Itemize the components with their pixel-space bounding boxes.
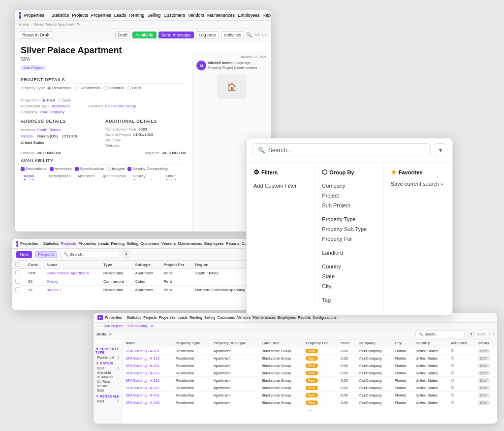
type-land-radio[interactable] [127,86,131,90]
sidebar-in-sale-item[interactable]: In Sale [95,384,121,388]
row-checkbox[interactable] [12,277,25,286]
win2-nav-properties[interactable]: Properties [20,241,38,246]
unit-activities[interactable]: ⚙ [448,377,475,384]
win3-dropdown-icon[interactable]: ▼ [468,332,475,336]
activities-button[interactable]: Activities [221,32,245,38]
unit-name[interactable]: SPA Building - A-301 [123,377,173,384]
type-commercial[interactable]: Commercial [74,86,100,90]
col-prop-type-h[interactable]: Property Type [173,339,211,347]
for-sale-radio[interactable] [58,99,62,102]
nav-selling[interactable]: Selling [147,13,160,18]
col-status-h[interactable]: Status [475,339,497,347]
win3-nav-properties[interactable]: Properties [105,315,122,320]
sidebar-in-booking-item[interactable]: In Booking [95,375,121,379]
group-state[interactable]: State [322,271,376,281]
check-nearby[interactable]: Nearby Connectivity [127,166,168,171]
unit-activities[interactable]: ⚙ [448,384,475,392]
group-tag[interactable]: Tag [322,295,376,305]
win2-nav-renting[interactable]: Renting [111,241,125,246]
win3-nav-statistics[interactable]: Statistics [126,315,141,320]
type-land[interactable]: Land [127,86,141,90]
col-price-h[interactable]: Price [338,339,356,347]
group-property-for[interactable]: Property For [322,234,376,244]
check-decorations[interactable]: Decorations [21,166,47,171]
breadcrumb-home[interactable]: Home [19,22,29,27]
sub-project-tag[interactable]: Sub Project [21,65,46,70]
tab-other[interactable]: Other Details [163,173,186,180]
row-code[interactable]: 12 [25,286,44,294]
win2-search-box[interactable]: 🔍 Search... [60,251,119,258]
unit-activities[interactable]: ⚙ [448,392,475,399]
win3-breadcrumb-sub[interactable]: Sub Projects [104,324,124,328]
address-value[interactable]: South Florida [37,127,61,133]
group-landlord[interactable]: Landlord [322,248,376,258]
edit-icon[interactable]: ✎ [77,22,80,27]
type-industrial[interactable]: Industrial [103,86,124,90]
col-name-header[interactable]: Name [44,261,100,269]
nav-reports[interactable]: Reports [263,13,271,18]
nav-projects[interactable]: Projects [72,13,88,18]
col-code-header[interactable]: Code [25,261,44,269]
add-custom-filter-item[interactable]: Add Custom Filter [253,181,308,191]
unit-name[interactable]: SPA Building - A-102 [123,355,173,362]
win3-breadcrumb-building[interactable]: SPA Building [127,324,147,328]
win2-nav-statistics[interactable]: Statistics [43,241,59,246]
sidebar-on-rent-item[interactable]: On Rent [95,379,121,384]
address-state[interactable]: Florida [21,133,32,140]
type-residential[interactable]: Residential [47,86,72,90]
unit-name[interactable]: SPA Building - A-202 [123,369,173,377]
landlord-value[interactable]: Blackstone Group [105,104,136,108]
win2-nav-maintenances[interactable]: Maintenances [178,241,202,246]
col-type-header[interactable]: Type [100,261,132,269]
row-name[interactable]: project 1 [44,286,100,294]
row-code[interactable]: SPA [25,269,44,277]
win3-nav-vendors[interactable]: Vendors [237,315,251,320]
nav-properties2[interactable]: Properties [91,13,111,18]
group-property-type[interactable]: Property Type [322,214,376,224]
col-subtype-header[interactable]: Subtype [132,261,161,269]
win2-nav-selling[interactable]: Selling [126,241,138,246]
col-sub-type-h[interactable]: Property Sub Type [211,339,259,347]
nav-customers[interactable]: Customers [163,13,185,18]
nav-vendors[interactable]: Vendors [188,13,204,18]
check-images[interactable]: Images [107,166,125,171]
win3-nav-renting[interactable]: Renting [189,315,202,320]
row-code[interactable]: 36 [25,277,44,286]
win3-nav-employees[interactable]: Employees [278,315,296,320]
group-project[interactable]: Project [322,191,376,200]
sidebar-residential-item[interactable]: Residential 8 [95,355,121,360]
search-icon[interactable]: 🔍 [246,32,252,37]
win3-settings-icon[interactable]: ⚙ [108,332,112,336]
win3-breadcrumb-a[interactable]: A [151,324,153,328]
tab-basic-details[interactable]: Basic Details [21,173,45,180]
new-project-button[interactable]: New [16,251,32,258]
log-note-button[interactable]: Log note [196,32,219,38]
unit-activities[interactable]: ⚙ [448,399,475,406]
win2-dropdown-icon[interactable]: ▼ [122,251,131,258]
nav-renting[interactable]: Renting [129,13,144,18]
win3-next-icon[interactable]: › [493,332,494,336]
col-city-h[interactable]: City [392,339,413,347]
check-amenities[interactable]: Amenities [50,166,72,171]
nav-leads[interactable]: Leads [114,13,126,18]
win3-nav-customers[interactable]: Customers [217,315,235,320]
draft-status-button[interactable]: Draft [115,32,131,38]
group-city[interactable]: City [322,281,376,291]
unit-activities[interactable]: ⚙ [448,355,475,362]
col-activities-h[interactable]: Activities [448,339,475,347]
win2-nav-vendors[interactable]: Vendors [161,241,176,246]
win2-nav-employees[interactable]: Employees [204,241,224,246]
col-name-h[interactable]: Name [123,339,173,347]
win2-nav-reports[interactable]: Reports [226,241,240,246]
group-sub-project[interactable]: Sub Project [322,200,376,210]
group-country[interactable]: Country [322,262,376,271]
nav-employees[interactable]: Employees [238,13,260,18]
win3-nav-properties2[interactable]: Properties [158,315,175,320]
col-company-h[interactable]: Company [356,339,392,347]
unit-name[interactable]: SPA Building - A-402 [123,399,173,406]
search-input-container[interactable]: 🔍 Search... [252,143,431,157]
row-name[interactable]: Orqivy [44,277,100,286]
win3-nav-maintenances[interactable]: Maintenances [252,315,276,320]
sidebar-rent-item[interactable]: Rent 8 [95,399,121,403]
nav-statistics[interactable]: Statistics [51,13,69,18]
